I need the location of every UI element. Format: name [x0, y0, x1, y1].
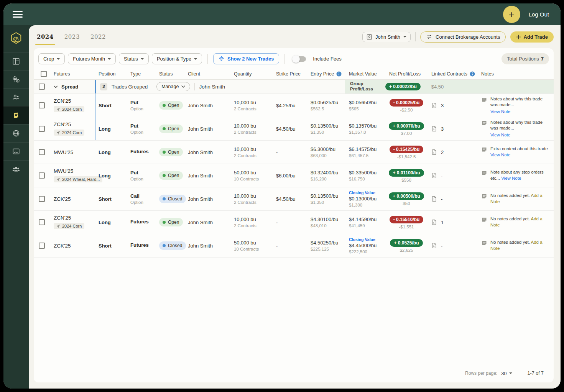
market-value: $0.33500/bu — [349, 170, 385, 175]
row-checkbox[interactable] — [39, 172, 45, 179]
year-tabs: 2024 2023 2022 — [37, 25, 106, 48]
note-link[interactable]: View Note — [501, 176, 521, 180]
contract-file-icon[interactable] — [431, 196, 437, 202]
top-bar: + Log Out — [3, 3, 561, 25]
entry-price-value: $4.30100/bu — [311, 217, 345, 222]
sidebar-item-web[interactable] — [3, 124, 29, 142]
futures-symbol: ZCK'25 — [54, 196, 95, 202]
tab-2023[interactable]: 2023 — [64, 25, 80, 48]
note-link[interactable]: View Note — [490, 109, 549, 115]
rows-per-page-select[interactable]: 30 — [501, 371, 512, 376]
group-checkbox[interactable] — [39, 84, 45, 90]
col-netpl: Net Profit/Loss — [385, 71, 428, 77]
contract-file-icon[interactable] — [431, 102, 437, 108]
crop-icon — [56, 131, 61, 135]
plus-icon — [516, 34, 521, 39]
row-checkbox[interactable] — [39, 126, 45, 132]
strike-price-value: $6.00/bu — [272, 173, 307, 179]
status-dot — [163, 221, 166, 224]
contract-file-icon[interactable] — [431, 149, 437, 155]
status-badge: Open — [159, 148, 183, 156]
new-trades-icon — [219, 56, 224, 62]
info-icon[interactable] — [470, 71, 475, 77]
net-pl-value: $50 — [385, 201, 428, 206]
position-label: Long — [99, 220, 111, 225]
position-label: Short — [99, 243, 112, 249]
type-label: Put — [130, 123, 155, 129]
sidebar — [3, 25, 29, 389]
logout-button[interactable]: Log Out — [529, 11, 549, 18]
table-row: ZCK'25 Short Call Option Closed John Smi… — [34, 187, 554, 211]
group-client: John Smith — [199, 84, 225, 90]
add-trade-button[interactable]: Add Trade — [510, 31, 554, 43]
row-checkbox[interactable] — [39, 196, 45, 202]
user-select[interactable]: John Smith — [362, 32, 411, 42]
contract-file-icon[interactable] — [431, 126, 437, 132]
table-header: Futures Position Type Status Client Quan… — [34, 68, 554, 80]
info-icon[interactable] — [336, 71, 342, 77]
status-dot — [163, 127, 166, 130]
chevron-down-icon — [57, 58, 60, 60]
row-checkbox[interactable] — [39, 102, 45, 108]
note-link[interactable]: View Note — [490, 132, 549, 138]
add-fab-button[interactable]: + — [503, 6, 520, 23]
status-badge: Closed — [159, 195, 186, 203]
row-checkbox[interactable] — [39, 219, 45, 225]
sidebar-item-dashboard[interactable] — [3, 52, 29, 70]
net-pl-badge: + 0.00070/bu — [389, 122, 424, 130]
manage-group-button[interactable]: Manage — [156, 82, 190, 91]
net-pl-badge: + 0.0525/bu — [390, 239, 423, 247]
row-checkbox[interactable] — [39, 243, 45, 249]
sidebar-item-team[interactable] — [3, 160, 29, 178]
tab-2024[interactable]: 2024 — [37, 25, 54, 48]
sidebar-item-crops[interactable] — [3, 70, 29, 88]
futures-symbol: ZCN'25 — [54, 121, 95, 127]
sidebar-item-reports[interactable] — [3, 142, 29, 160]
main-content: 2024 2023 2022 John Smith — [29, 25, 561, 389]
entry-price-value: $4.50250/bu — [311, 240, 345, 246]
position-label: Long — [99, 149, 111, 155]
total-positions-badge: Total Positions7 — [502, 53, 549, 64]
filter-crop[interactable]: Crop — [38, 53, 65, 64]
note-text: No notes added yet. — [490, 240, 530, 244]
note-link[interactable]: View Note — [490, 153, 510, 157]
chevron-down-icon — [181, 85, 185, 88]
strike-price-value: $4.50/bu — [272, 196, 307, 202]
status-dot — [163, 151, 166, 154]
filter-status[interactable]: Status — [119, 53, 149, 64]
show-new-trades-button[interactable]: Show 2 New Trades — [213, 53, 279, 64]
sidebar-item-clients[interactable] — [3, 88, 29, 106]
closing-value-label: Closing Value — [349, 190, 385, 195]
connect-brokerage-button[interactable]: Connect Brokerage Accounts — [420, 31, 506, 43]
app-logo[interactable] — [3, 25, 29, 52]
entry-price-value: $0.13500/bu — [311, 123, 345, 129]
row-checkbox[interactable] — [39, 149, 45, 155]
include-fees-toggle[interactable] — [293, 56, 306, 62]
futures-symbol: MWU'25 — [54, 168, 95, 174]
sidebar-item-trades[interactable] — [3, 106, 29, 124]
tab-2022[interactable]: 2022 — [90, 25, 106, 48]
chevron-expand-icon[interactable] — [54, 85, 58, 88]
contract-file-icon[interactable] — [431, 219, 437, 225]
menu-icon[interactable] — [13, 11, 23, 18]
contract-file-icon[interactable] — [431, 243, 437, 249]
strike-price-value: - — [272, 149, 307, 155]
chevron-down-icon — [403, 36, 406, 38]
table-row: ZCN'25 2024 Corn Long Futures Open John … — [34, 211, 554, 234]
status-badge: Closed — [159, 241, 186, 250]
col-market: Market Value — [345, 71, 385, 77]
group-profit-loss: Group Profit/Loss + 0.00022/bu $4.50 — [345, 80, 554, 93]
futures-symbol: ZCK'25 — [54, 243, 95, 249]
net-pl-badge: - 0.15510/bu — [390, 216, 424, 223]
filter-futures-month[interactable]: Futures Month — [68, 53, 116, 64]
select-all-checkbox[interactable] — [41, 71, 47, 77]
filter-bar: Crop Futures Month Status Position & Typ… — [34, 48, 554, 68]
status-badge: Open — [159, 218, 183, 226]
col-client: Client — [184, 71, 230, 77]
position-label: Long — [99, 173, 111, 179]
dashboard-icon — [12, 57, 20, 66]
contract-file-icon[interactable] — [431, 172, 437, 179]
closing-value-label: Closing Value — [349, 237, 385, 242]
filter-position-type[interactable]: Position & Type — [152, 53, 202, 64]
linked-contracts-count: - — [441, 196, 442, 202]
